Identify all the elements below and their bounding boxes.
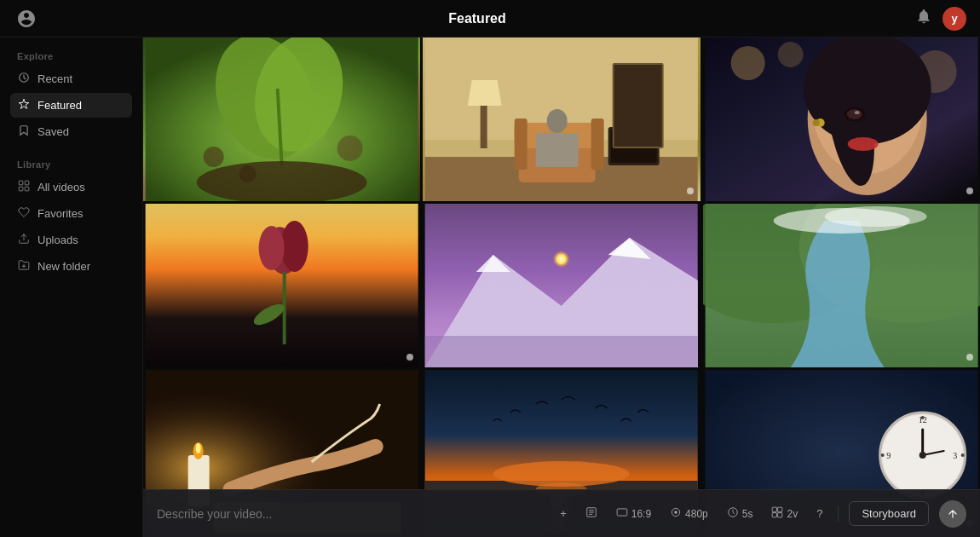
page-title: Featured — [39, 11, 915, 26]
main-layout: Explore Recent Featured — [0, 38, 980, 537]
video-tile-mountains[interactable] — [423, 204, 700, 367]
svg-marker-27 — [468, 80, 502, 106]
script-tool[interactable] — [580, 503, 602, 524]
clips-tool[interactable]: 2v — [766, 503, 803, 524]
svg-point-43 — [812, 119, 819, 126]
svg-text:3: 3 — [953, 451, 957, 460]
storyboard-button[interactable]: Storyboard — [849, 501, 929, 526]
svg-point-39 — [846, 109, 862, 119]
featured-icon — [17, 98, 31, 113]
duration-tool[interactable]: 5s — [722, 503, 758, 524]
quality-label: 480p — [685, 508, 708, 520]
svg-rect-3 — [19, 187, 23, 191]
clips-icon — [771, 506, 783, 521]
svg-point-40 — [854, 111, 859, 114]
svg-point-86 — [919, 452, 925, 459]
svg-point-116 — [674, 511, 677, 514]
svg-point-31 — [730, 46, 764, 80]
svg-text:9: 9 — [886, 451, 891, 460]
svg-rect-23 — [536, 133, 579, 167]
svg-rect-2 — [25, 181, 29, 185]
sidebar-item-featured[interactable]: Featured — [10, 93, 132, 118]
help-icon: ? — [816, 507, 822, 520]
prompt-input[interactable] — [157, 507, 545, 521]
ratio-icon — [616, 506, 628, 521]
clips-label: 2v — [787, 508, 798, 520]
tile-indicator — [687, 188, 694, 194]
sidebar-item-recent[interactable]: Recent — [10, 66, 132, 91]
video-tile-plant[interactable] — [143, 38, 420, 201]
video-tile-woman[interactable] — [703, 38, 980, 201]
svg-point-76 — [493, 461, 630, 487]
sidebar-item-favorites[interactable]: Favorites — [10, 201, 132, 226]
svg-point-89 — [880, 453, 884, 457]
svg-point-46 — [281, 221, 308, 272]
quality-icon — [670, 506, 682, 521]
ratio-label: 16:9 — [631, 508, 651, 520]
svg-rect-21 — [591, 118, 604, 170]
svg-rect-119 — [778, 507, 782, 511]
svg-point-61 — [824, 206, 926, 227]
duration-label: 5s — [742, 508, 753, 520]
saved-icon — [17, 124, 31, 139]
ratio-tool[interactable]: 16:9 — [611, 503, 656, 524]
new-folder-label: New folder — [37, 260, 90, 273]
svg-point-14 — [239, 165, 257, 182]
svg-point-87 — [920, 416, 924, 419]
add-tool[interactable]: + — [555, 504, 572, 523]
svg-rect-121 — [778, 513, 782, 517]
prompt-tools: + 16:9 — [555, 503, 827, 524]
prompt-bar: + 16:9 — [143, 489, 980, 537]
video-tile-tulip[interactable] — [143, 204, 420, 367]
svg-rect-114 — [617, 509, 627, 516]
sidebar: Explore Recent Featured — [0, 38, 143, 537]
uploads-icon — [17, 233, 31, 247]
svg-point-51 — [540, 242, 583, 285]
uploads-label: Uploads — [37, 234, 78, 246]
help-tool[interactable]: ? — [811, 504, 827, 523]
svg-rect-120 — [773, 513, 777, 517]
content-area: 12 3 6 9 — [143, 38, 980, 537]
library-section-label: Library — [10, 159, 132, 170]
all-videos-icon — [17, 180, 31, 194]
video-tile-river[interactable] — [703, 204, 980, 367]
svg-point-90 — [960, 453, 964, 457]
svg-rect-26 — [481, 106, 487, 148]
svg-rect-118 — [773, 507, 777, 511]
svg-rect-29 — [614, 65, 662, 147]
video-grid: 12 3 6 9 — [143, 38, 980, 537]
favorites-icon — [17, 206, 31, 221]
sidebar-item-saved[interactable]: Saved — [10, 119, 132, 144]
featured-label: Featured — [37, 99, 82, 112]
tile-indicator-woman — [966, 188, 973, 194]
send-button[interactable] — [939, 500, 966, 528]
quality-tool[interactable]: 480p — [665, 503, 713, 524]
topbar: Featured y — [0, 0, 980, 38]
svg-point-41 — [847, 137, 878, 151]
svg-rect-56 — [425, 336, 698, 367]
user-avatar[interactable]: y — [943, 7, 966, 31]
explore-section-label: Explore — [10, 51, 132, 61]
saved-label: Saved — [37, 125, 69, 138]
tile-indicator-river — [966, 354, 973, 361]
svg-point-13 — [337, 136, 363, 161]
new-folder-icon — [17, 259, 31, 274]
svg-point-47 — [259, 226, 285, 270]
duration-icon — [727, 506, 739, 521]
sidebar-item-uploads[interactable]: Uploads — [10, 228, 132, 252]
recent-label: Recent — [37, 72, 72, 85]
svg-rect-1 — [19, 181, 23, 185]
notifications-icon[interactable] — [915, 8, 932, 29]
svg-point-22 — [547, 109, 568, 133]
app-logo — [14, 6, 39, 32]
add-icon: + — [560, 507, 567, 520]
sidebar-item-all-videos[interactable]: All videos — [10, 175, 132, 199]
recent-icon — [17, 72, 31, 86]
svg-rect-4 — [25, 187, 29, 191]
sidebar-item-new-folder[interactable]: New folder — [10, 254, 132, 279]
svg-point-66 — [196, 443, 201, 453]
svg-point-32 — [777, 42, 803, 67]
all-videos-label: All videos — [37, 181, 85, 193]
video-tile-room[interactable] — [423, 38, 700, 201]
svg-rect-20 — [515, 118, 527, 170]
